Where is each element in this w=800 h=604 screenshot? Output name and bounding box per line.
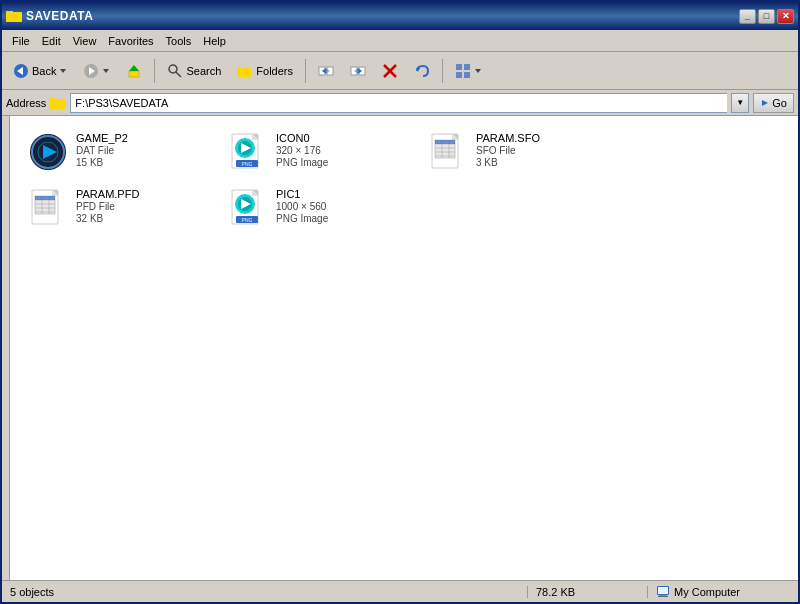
minimize-button[interactable]: _ — [739, 9, 756, 24]
undo-button[interactable] — [407, 57, 437, 85]
file-size: 15 KB — [76, 157, 128, 168]
toolbar: Back — [2, 52, 798, 90]
titlebar: SAVEDATA _ □ ✕ — [2, 2, 798, 30]
search-label: Search — [186, 65, 221, 77]
statusbar: 5 objects 78.2 KB My Computer — [2, 580, 798, 602]
svg-marker-33 — [762, 100, 768, 106]
go-arrow-icon — [760, 98, 770, 108]
menu-edit[interactable]: Edit — [36, 33, 67, 49]
svg-marker-8 — [103, 69, 109, 73]
move-button[interactable] — [311, 57, 341, 85]
list-item[interactable]: PNG PIC1 1000 × 560 PNG Image — [220, 182, 420, 234]
back-button[interactable]: Back — [6, 57, 74, 85]
list-item[interactable]: PNG ICON0 320 × 176 PNG Image — [220, 126, 420, 178]
address-folder-icon — [50, 95, 66, 111]
separator-3 — [442, 59, 443, 83]
svg-rect-32 — [50, 99, 66, 109]
file-icon-param-sfo — [428, 132, 468, 172]
file-name: GAME_P2 — [76, 132, 128, 144]
svg-rect-2 — [6, 13, 22, 22]
address-label: Address — [6, 97, 46, 109]
titlebar-buttons: _ □ ✕ — [739, 9, 794, 24]
file-icon-game-p2 — [28, 132, 68, 172]
maximize-button[interactable]: □ — [758, 9, 775, 24]
file-type: 1000 × 560 — [276, 201, 328, 212]
svg-marker-5 — [60, 69, 66, 73]
forward-dropdown-icon — [102, 67, 110, 75]
svg-text:PNG: PNG — [242, 161, 253, 167]
file-size: PNG Image — [276, 157, 328, 168]
address-dropdown[interactable]: ▼ — [731, 93, 749, 113]
move-icon — [318, 63, 334, 79]
svg-rect-14 — [237, 68, 251, 77]
back-label: Back — [32, 65, 56, 77]
status-location-text: My Computer — [674, 586, 740, 598]
svg-point-11 — [169, 65, 177, 73]
delete-icon — [382, 63, 398, 79]
list-item[interactable]: PARAM.PFD PFD File 32 KB — [20, 182, 220, 234]
up-button[interactable] — [119, 57, 149, 85]
window: SAVEDATA _ □ ✕ File Edit View Favorites … — [0, 0, 800, 604]
file-name: PARAM.SFO — [476, 132, 540, 144]
file-icon-param-pfd — [28, 188, 68, 228]
file-info-param-pfd: PARAM.PFD PFD File 32 KB — [76, 188, 139, 224]
svg-line-12 — [176, 72, 181, 77]
file-type: DAT File — [76, 145, 128, 156]
file-size: 3 KB — [476, 157, 540, 168]
file-info-game-p2: GAME_P2 DAT File 15 KB — [76, 132, 128, 168]
menu-file[interactable]: File — [6, 33, 36, 49]
search-button[interactable]: Search — [160, 57, 228, 85]
copy-button[interactable] — [343, 57, 373, 85]
window-icon — [6, 8, 22, 24]
close-button[interactable]: ✕ — [777, 9, 794, 24]
search-icon — [167, 63, 183, 79]
window-title: SAVEDATA — [26, 9, 739, 23]
svg-rect-26 — [456, 64, 462, 70]
undo-icon — [414, 63, 430, 79]
svg-rect-28 — [456, 72, 462, 78]
svg-rect-29 — [464, 72, 470, 78]
list-item[interactable]: PARAM.SFO SFO File 3 KB — [420, 126, 620, 178]
list-item[interactable]: GAME_P2 DAT File 15 KB — [20, 126, 220, 178]
menu-view[interactable]: View — [67, 33, 103, 49]
file-name: PARAM.PFD — [76, 188, 139, 200]
back-icon — [13, 63, 29, 79]
status-location: My Computer — [648, 585, 798, 599]
file-info-icon0: ICON0 320 × 176 PNG Image — [276, 132, 328, 168]
file-info-param-sfo: PARAM.SFO SFO File 3 KB — [476, 132, 540, 168]
folders-button[interactable]: Folders — [230, 57, 300, 85]
separator-1 — [154, 59, 155, 83]
svg-rect-58 — [435, 140, 455, 144]
file-size: 32 KB — [76, 213, 139, 224]
folders-label: Folders — [256, 65, 293, 77]
svg-text:PNG: PNG — [242, 217, 253, 223]
svg-marker-10 — [129, 65, 139, 71]
view-dropdown-icon — [474, 67, 482, 75]
view-button[interactable] — [448, 57, 489, 85]
address-input[interactable] — [70, 93, 727, 113]
computer-icon — [656, 585, 670, 599]
menu-tools[interactable]: Tools — [160, 33, 198, 49]
files-grid: GAME_P2 DAT File 15 KB — [20, 126, 788, 238]
file-type: 320 × 176 — [276, 145, 328, 156]
delete-button[interactable] — [375, 57, 405, 85]
status-size: 78.2 KB — [528, 586, 648, 598]
forward-icon — [83, 63, 99, 79]
file-type: SFO File — [476, 145, 540, 156]
menu-favorites[interactable]: Favorites — [102, 33, 159, 49]
content-area: GAME_P2 DAT File 15 KB — [2, 116, 798, 580]
file-size: PNG Image — [276, 213, 328, 224]
file-type: PFD File — [76, 201, 139, 212]
forward-button[interactable] — [76, 57, 117, 85]
menu-help[interactable]: Help — [197, 33, 232, 49]
folders-icon — [237, 63, 253, 79]
svg-rect-81 — [658, 587, 668, 594]
menubar: File Edit View Favorites Tools Help — [2, 30, 798, 52]
status-objects: 5 objects — [2, 586, 528, 598]
file-name: ICON0 — [276, 132, 328, 144]
file-name: PIC1 — [276, 188, 328, 200]
svg-rect-27 — [464, 64, 470, 70]
go-button[interactable]: Go — [753, 93, 794, 113]
svg-rect-69 — [35, 196, 55, 200]
svg-rect-80 — [658, 596, 668, 597]
